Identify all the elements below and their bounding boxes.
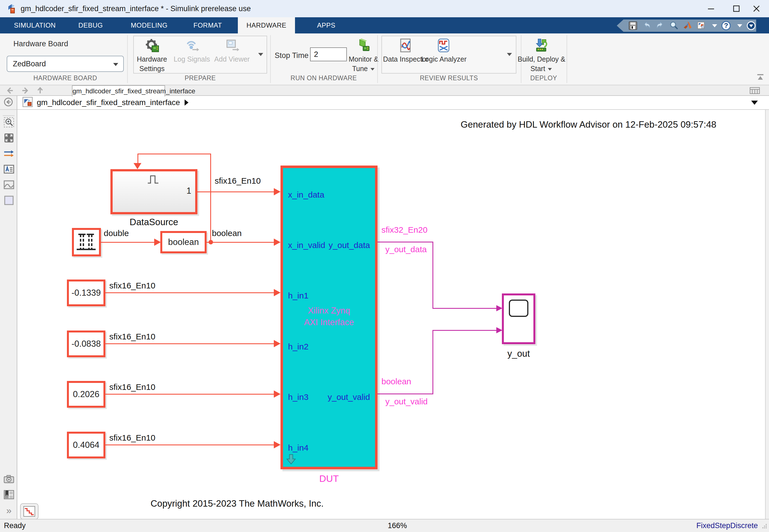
wire-h-in1[interactable]: [105, 292, 280, 293]
arrowhead-h-in4-icon: [274, 441, 280, 448]
monitor-tune-button[interactable]: Monitor & Tune: [341, 38, 386, 74]
undo-icon[interactable]: [642, 21, 651, 31]
nav-back-icon[interactable]: [5, 86, 15, 96]
gear-chip-icon: [144, 38, 160, 54]
simulink-app-icon: [7, 4, 18, 15]
block-constant-h3[interactable]: 0.2026: [67, 381, 105, 408]
status-solver[interactable]: FixedStepDiscrete: [696, 519, 758, 532]
wire-y-out-valid-2[interactable]: [433, 330, 433, 394]
prepare-more-caret-icon[interactable]: [258, 53, 263, 56]
area-box-icon[interactable]: [4, 195, 14, 206]
palette-expand-chevrons[interactable]: »: [4, 505, 14, 516]
add-favorite-model-icon[interactable]: [696, 21, 706, 31]
status-zoom-level[interactable]: 166%: [379, 519, 416, 532]
logic-analyzer-label: Logic Analyzer: [419, 55, 469, 64]
route-signals-icon[interactable]: [4, 148, 14, 159]
pulse-train-icon: [74, 230, 98, 254]
tab-modeling[interactable]: MODELING: [123, 17, 176, 33]
signal-type-h4: sfix16_En10: [109, 433, 155, 443]
tab-debug[interactable]: DEBUG: [70, 17, 111, 33]
wire-feedback-vertical[interactable]: [210, 154, 211, 242]
dut-port-x-in-valid: x_in_valid: [288, 241, 325, 250]
block-boolean-cast[interactable]: boolean: [160, 231, 207, 253]
matlab-logo-icon[interactable]: [683, 21, 692, 31]
wire-y-out-valid-3[interactable]: [433, 330, 497, 331]
document-tab[interactable]: gm_hdlcoder_sfir_fixed_stream_interface: [72, 85, 165, 96]
redo-icon[interactable]: [655, 21, 665, 31]
breadcrumb-caret-icon[interactable]: [185, 99, 188, 106]
block-pulse-generator[interactable]: [72, 228, 101, 256]
wire-h-in4[interactable]: [105, 444, 280, 445]
block-dut[interactable]: x_in_data x_in_valid h_in1 h_in2 h_in3 h…: [280, 166, 377, 469]
arrowhead-h-in2-icon: [274, 340, 280, 347]
wire-y-out-data-1[interactable]: [377, 242, 433, 242]
block-constant-h2[interactable]: -0.0838: [67, 331, 105, 357]
tab-layout-icon[interactable]: [749, 87, 760, 95]
tab-hardware[interactable]: HARDWARE: [238, 17, 295, 33]
wire-y-out-valid-1[interactable]: [377, 393, 433, 394]
resize-grip-icon[interactable]: [762, 523, 767, 529]
fit-to-view-icon[interactable]: [4, 133, 14, 143]
constant-value: -0.1339: [71, 288, 101, 298]
wire-h-in3[interactable]: [105, 394, 280, 395]
build-deploy-start-button[interactable]: Build, Deploy & Start: [516, 38, 567, 74]
minimize-button[interactable]: [698, 0, 724, 17]
signal-type-double: double: [104, 229, 129, 238]
datasource-label: DataSource: [110, 217, 197, 227]
block-datasource[interactable]: 1: [110, 169, 197, 214]
zoom-region-icon[interactable]: [4, 117, 14, 128]
nav-forward-icon[interactable]: [20, 86, 30, 96]
signal-type-h2: sfix16_En10: [109, 332, 155, 341]
collapse-toolstrip-button[interactable]: [756, 74, 765, 82]
block-scope-y-out[interactable]: [502, 293, 535, 344]
help-icon[interactable]: ?: [721, 21, 731, 31]
breadcrumb-model-name[interactable]: gm_hdlcoder_sfir_fixed_stream_interface: [37, 98, 180, 107]
section-caption-deploy: DEPLOY: [521, 74, 567, 82]
tab-simulation[interactable]: SIMULATION: [11, 17, 59, 33]
logic-analyzer-button[interactable]: Logic Analyzer: [419, 38, 469, 64]
sample-time-legend-button[interactable]: [20, 503, 38, 519]
dut-port-y-out-data: y_out_data: [329, 241, 370, 250]
breadcrumb-dropdown-icon[interactable]: [751, 101, 758, 105]
wire-h-in2[interactable]: [105, 343, 280, 344]
annotation-icon[interactable]: [4, 164, 14, 174]
toolstrip-separator: [567, 35, 567, 83]
wire-x-in-data[interactable]: [197, 191, 280, 192]
signal-type-x-in-data: sfix16_En10: [215, 176, 261, 186]
hide-browser-icon[interactable]: [3, 97, 13, 108]
wire-double[interactable]: [101, 242, 156, 243]
datasource-outport-number: 1: [186, 186, 191, 196]
hardware-board-caret-icon: [113, 63, 118, 66]
tab-apps[interactable]: APPS: [304, 17, 348, 33]
block-constant-h4[interactable]: 0.4064: [67, 432, 105, 458]
monitor-tune-icon: [356, 38, 371, 54]
block-constant-h1[interactable]: -0.1339: [67, 280, 105, 306]
favorites-caret-down-icon[interactable]: [712, 24, 717, 27]
viewmarks-icon[interactable]: [4, 489, 14, 500]
search-icon[interactable]: [669, 21, 679, 31]
dut-port-h-in4: h_in4: [288, 443, 308, 453]
hardware-board-select[interactable]: ZedBoard: [7, 56, 124, 72]
logic-analyzer-icon: [436, 38, 452, 54]
minimize-ribbon-icon[interactable]: [746, 21, 756, 31]
review-results-more-caret-icon[interactable]: [507, 53, 512, 56]
wire-feedback-drop[interactable]: [137, 154, 138, 164]
screenshot-camera-icon[interactable]: [4, 474, 14, 484]
model-badge-icon: [22, 97, 33, 108]
tab-format[interactable]: FORMAT: [187, 17, 229, 33]
signal-type-h3: sfix16_En10: [109, 382, 155, 392]
image-icon[interactable]: [4, 179, 14, 190]
breadcrumb: gm_hdlcoder_sfir_fixed_stream_interface: [17, 96, 769, 110]
wire-feedback-top[interactable]: [137, 154, 211, 154]
section-caption-run-on-hardware: RUN ON HARDWARE: [270, 74, 377, 82]
save-icon[interactable]: [628, 21, 638, 31]
help-caret-down-icon[interactable]: [737, 24, 742, 27]
wire-y-out-data-2[interactable]: [433, 242, 433, 309]
wire-y-out-data-3[interactable]: [433, 308, 497, 309]
nav-up-icon[interactable]: [36, 86, 45, 96]
dut-title-line1: Xilinx Zynq: [283, 306, 375, 316]
wire-x-in-valid[interactable]: [207, 242, 280, 243]
close-button[interactable]: [744, 0, 769, 17]
add-viewer-icon: [224, 38, 240, 54]
add-viewer-button[interactable]: Add Viewer: [207, 38, 257, 64]
